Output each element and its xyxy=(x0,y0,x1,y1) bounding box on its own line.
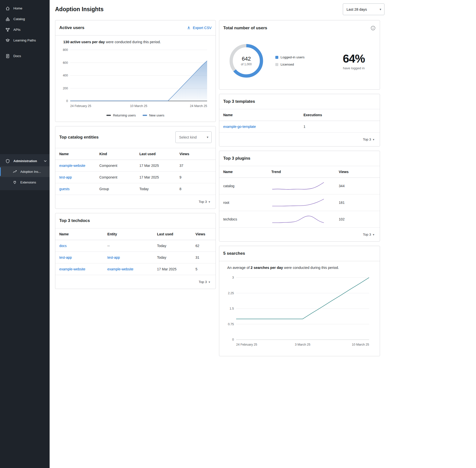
card-title: Top catalog entities xyxy=(59,135,98,140)
legend-item: Returning users xyxy=(106,113,136,117)
cell-views: 5 xyxy=(191,263,216,275)
svg-text:24 February 25: 24 February 25 xyxy=(70,104,91,108)
catalog-icon xyxy=(5,17,10,21)
legend-swatch xyxy=(106,115,111,116)
chevron-down-icon: ▾ xyxy=(373,233,374,236)
entity-link[interactable]: test-app xyxy=(107,255,120,259)
main-content: Adoption Insights Last 28 days ▾ Active … xyxy=(50,0,476,371)
plugins-table: Name Trend Views catalog 344 root xyxy=(219,166,380,228)
entity-link[interactable]: example-website xyxy=(59,164,85,168)
total-users-card: Total number of users 642 of 1,000 xyxy=(219,20,380,90)
svg-text:10 March 25: 10 March 25 xyxy=(352,343,369,346)
svg-text:800: 800 xyxy=(63,48,68,52)
top-n-label: Top 3 xyxy=(363,233,371,236)
sidebar-item-label: Learning Paths xyxy=(13,38,36,42)
top-n-select[interactable]: Top 3 ▾ xyxy=(219,133,380,146)
cell-views: 62 xyxy=(191,240,216,252)
active-users-chart: 800600400200024 February 2510 March 2524… xyxy=(55,45,216,112)
card-title: 5 searches xyxy=(223,251,245,256)
svg-text:400: 400 xyxy=(63,74,68,77)
searches-chart: 32.251.50.75024 February 253 March 2510 … xyxy=(219,271,380,356)
sidebar-item-label: Home xyxy=(13,6,22,10)
sidebar-item-extensions[interactable]: Extensions xyxy=(0,177,50,188)
column-header: Trend xyxy=(267,166,335,178)
top-n-select[interactable]: Top 3 ▾ xyxy=(55,195,216,209)
sidebar-nav: Home Catalog APIs Learning Paths Docs xyxy=(0,0,50,61)
download-icon xyxy=(187,26,191,30)
entity-link[interactable]: guests xyxy=(59,187,69,191)
plug-icon xyxy=(12,180,17,185)
svg-text:200: 200 xyxy=(63,87,68,90)
entity-link[interactable]: test-app xyxy=(59,175,72,179)
trend-chart-icon xyxy=(12,170,17,174)
techdoc-link[interactable]: test-app xyxy=(59,255,72,259)
svg-text:2.25: 2.25 xyxy=(228,291,234,295)
card-title: Top 3 techdocs xyxy=(59,218,90,223)
sidebar-item-catalog[interactable]: Catalog xyxy=(0,14,50,24)
sidebar-item-learning-paths[interactable]: Learning Paths xyxy=(0,35,50,46)
sidebar-item-label: Adoption Ins... xyxy=(20,170,41,174)
top-plugins-card: Top 3 plugins Name Trend Views catalog xyxy=(219,151,380,242)
svg-text:10 March 25: 10 March 25 xyxy=(130,104,147,108)
logged-in-percent: 64% xyxy=(343,52,365,65)
users-donut-chart: 642 of 1,000 xyxy=(228,42,265,79)
column-header: Views xyxy=(191,228,216,240)
sidebar-item-home[interactable]: Home xyxy=(0,3,50,14)
cell-views: 9 xyxy=(176,172,216,183)
chevron-down-icon: ▾ xyxy=(209,200,210,204)
cell-plugin-name: root xyxy=(219,194,267,211)
entity-link[interactable]: example-website xyxy=(107,267,133,271)
top-techdocs-card: Top 3 techdocs Name Entity Last used Vie… xyxy=(55,213,216,289)
sidebar-item-adoption-insights[interactable]: Adoption Ins... xyxy=(0,166,50,177)
techdocs-table: Name Entity Last used Views docs -- Toda… xyxy=(55,228,216,275)
chevron-down-icon: ▾ xyxy=(380,7,381,11)
top-n-select[interactable]: Top 3 ▾ xyxy=(219,228,380,241)
top-catalog-entities-card: Top catalog entities Select kind ▾ Name … xyxy=(55,126,216,209)
card-title: Top 3 templates xyxy=(223,99,255,104)
kind-select[interactable]: Select kind ▾ xyxy=(175,131,212,143)
template-link[interactable]: example-go-template xyxy=(223,125,256,129)
svg-text:24 March 25: 24 March 25 xyxy=(190,104,207,108)
column-header: Entity xyxy=(103,228,153,240)
legend-swatch xyxy=(275,56,278,59)
docs-icon xyxy=(5,54,10,58)
svg-text:24 February 25: 24 February 25 xyxy=(236,343,257,346)
techdoc-link[interactable]: example-website xyxy=(59,267,85,271)
cell-views: 181 xyxy=(335,194,380,211)
top-n-label: Top 3 xyxy=(363,138,371,141)
column-header: Last used xyxy=(153,228,191,240)
sidebar-item-label: Extensions xyxy=(20,180,36,184)
techdoc-link[interactable]: docs xyxy=(59,244,67,248)
legend-label: Returning users xyxy=(113,113,136,117)
cell-plugin-name: techdocs xyxy=(219,211,267,228)
export-csv-button[interactable]: Export CSV xyxy=(187,26,212,30)
searches-card: 5 searches An average of 2 searches per … xyxy=(219,246,380,356)
sidebar-item-docs[interactable]: Docs xyxy=(0,51,50,61)
cell-last-used: Today xyxy=(135,183,176,195)
card-title: Active users xyxy=(59,25,84,30)
top-n-label: Top 3 xyxy=(199,200,207,204)
sidebar-item-apis[interactable]: APIs xyxy=(0,24,50,35)
cell-views: 102 xyxy=(335,211,380,228)
active-users-legend: Returning users New users xyxy=(55,112,216,122)
export-csv-label: Export CSV xyxy=(193,26,212,30)
templates-table: Name Executions example-go-template 1 xyxy=(219,109,380,133)
column-header: Views xyxy=(335,166,380,178)
table-row: example-go-template 1 xyxy=(219,121,380,133)
top-n-select[interactable]: Top 3 ▾ xyxy=(55,275,216,289)
svg-text:1.5: 1.5 xyxy=(230,307,234,310)
active-users-card: Active users Export CSV 130 active users… xyxy=(55,20,216,122)
chevron-down-icon xyxy=(44,160,47,162)
info-icon[interactable] xyxy=(370,25,376,31)
sidebar-item-administration[interactable]: Administration xyxy=(0,156,50,166)
legend-label: New users xyxy=(149,113,164,117)
column-header: Name xyxy=(55,228,103,240)
apis-icon xyxy=(5,28,10,32)
searches-summary: An average of 2 searches per day were co… xyxy=(219,261,380,271)
column-header: Last used xyxy=(135,148,176,160)
cell-kind: Component xyxy=(95,160,136,172)
date-range-value: Last 28 days xyxy=(347,7,367,11)
date-range-select[interactable]: Last 28 days ▾ xyxy=(343,3,384,15)
cell-views: 8 xyxy=(176,183,216,195)
trend-sparkline xyxy=(267,178,335,194)
